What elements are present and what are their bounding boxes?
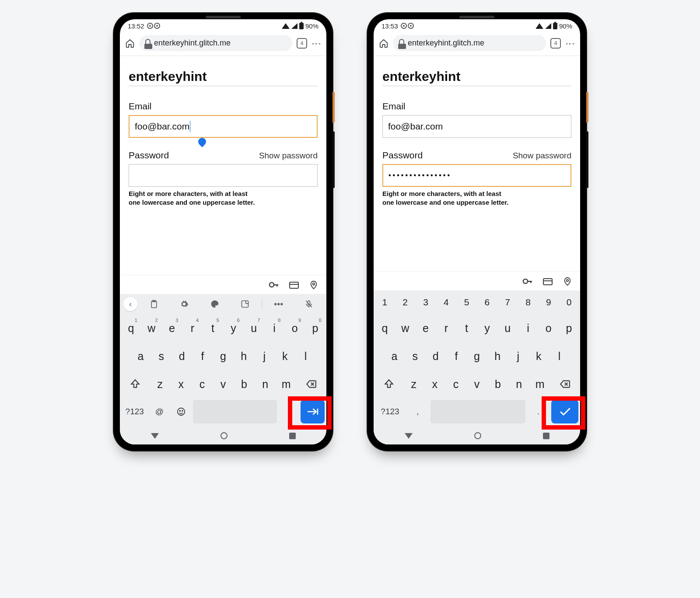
- key-a[interactable]: a: [131, 344, 150, 368]
- gear-icon[interactable]: [171, 300, 199, 308]
- home-icon[interactable]: [379, 38, 388, 48]
- key-w[interactable]: w2: [142, 316, 161, 340]
- symbols-key[interactable]: ?123: [375, 400, 405, 423]
- key-u[interactable]: u: [498, 316, 517, 340]
- alt-char-key[interactable]: @: [150, 400, 170, 423]
- key-t[interactable]: t5: [203, 316, 222, 340]
- key-q[interactable]: q: [375, 316, 394, 340]
- url-bar[interactable]: enterkeyhint.glitch.me: [139, 35, 292, 51]
- key-e[interactable]: e: [416, 316, 435, 340]
- overflow-menu-icon[interactable]: ⋮: [565, 39, 575, 48]
- email-field[interactable]: foo@bar.com: [382, 115, 571, 138]
- key-o[interactable]: o9: [285, 316, 304, 340]
- key-d[interactable]: d: [172, 344, 191, 368]
- nav-back-icon[interactable]: [151, 433, 159, 439]
- alt-char-key[interactable]: ,: [406, 400, 429, 423]
- key-5[interactable]: 5: [457, 292, 476, 312]
- key-icon[interactable]: [269, 280, 279, 289]
- key-u[interactable]: u7: [245, 316, 263, 340]
- key-z[interactable]: z: [404, 372, 424, 396]
- nav-recents-icon[interactable]: [289, 433, 296, 439]
- key-j[interactable]: j: [255, 344, 274, 368]
- key-e[interactable]: e3: [163, 316, 182, 340]
- url-bar[interactable]: enterkeyhint.glitch.me: [393, 35, 546, 51]
- card-icon[interactable]: [289, 280, 299, 289]
- nav-recents-icon[interactable]: [543, 433, 550, 439]
- key-y[interactable]: y: [478, 316, 497, 340]
- show-password-toggle[interactable]: Show password: [513, 151, 571, 161]
- key-k[interactable]: k: [529, 344, 548, 368]
- key-m[interactable]: m: [276, 372, 296, 396]
- key-p[interactable]: p0: [306, 316, 325, 340]
- key-n[interactable]: n: [509, 372, 528, 396]
- key-4[interactable]: 4: [437, 292, 455, 312]
- key-r[interactable]: r4: [183, 316, 202, 340]
- key-c[interactable]: c: [192, 372, 212, 396]
- key-0[interactable]: 0: [560, 292, 578, 312]
- key-b[interactable]: b: [488, 372, 508, 396]
- key-q[interactable]: q1: [122, 316, 140, 340]
- key-o[interactable]: o: [539, 316, 558, 340]
- key-f[interactable]: f: [447, 344, 466, 368]
- backspace-key[interactable]: [551, 372, 578, 396]
- key-i[interactable]: i: [519, 316, 538, 340]
- key-l[interactable]: l: [296, 344, 315, 368]
- tab-switcher[interactable]: 4: [297, 38, 307, 49]
- palette-icon[interactable]: [201, 300, 229, 308]
- key-j[interactable]: j: [509, 344, 528, 368]
- key-h[interactable]: h: [488, 344, 507, 368]
- shift-key[interactable]: [122, 372, 149, 396]
- key-i[interactable]: i8: [265, 316, 284, 340]
- key-y[interactable]: y6: [224, 316, 243, 340]
- overflow-menu-icon[interactable]: ⋮: [312, 39, 321, 48]
- kb-collapse-icon[interactable]: ‹: [123, 297, 137, 311]
- period-key[interactable]: .: [279, 400, 299, 423]
- key-n[interactable]: n: [256, 372, 275, 396]
- key-v[interactable]: v: [467, 372, 486, 396]
- key-3[interactable]: 3: [416, 292, 435, 312]
- emoji-key[interactable]: [171, 400, 191, 423]
- card-icon[interactable]: [542, 277, 553, 286]
- key-icon[interactable]: [522, 277, 533, 286]
- period-key[interactable]: .: [527, 400, 550, 423]
- key-r[interactable]: r: [437, 316, 455, 340]
- key-m[interactable]: m: [530, 372, 550, 396]
- enter-key[interactable]: [551, 400, 578, 423]
- key-a[interactable]: a: [385, 344, 404, 368]
- key-b[interactable]: b: [234, 372, 254, 396]
- key-h[interactable]: h: [234, 344, 253, 368]
- key-9[interactable]: 9: [539, 292, 558, 312]
- space-key[interactable]: [193, 400, 277, 423]
- key-d[interactable]: d: [426, 344, 445, 368]
- key-t[interactable]: t: [457, 316, 476, 340]
- key-x[interactable]: x: [425, 372, 444, 396]
- shift-key[interactable]: [375, 372, 402, 396]
- key-s[interactable]: s: [406, 344, 424, 368]
- key-2[interactable]: 2: [396, 292, 415, 312]
- nav-back-icon[interactable]: [405, 433, 413, 439]
- location-pin-icon[interactable]: [309, 280, 318, 290]
- key-k[interactable]: k: [276, 344, 294, 368]
- symbols-key[interactable]: ?123: [122, 400, 148, 423]
- location-pin-icon[interactable]: [563, 276, 572, 286]
- key-f[interactable]: f: [193, 344, 212, 368]
- key-g[interactable]: g: [467, 344, 486, 368]
- key-c[interactable]: c: [446, 372, 466, 396]
- home-icon[interactable]: [125, 38, 135, 48]
- show-password-toggle[interactable]: Show password: [259, 151, 318, 161]
- key-7[interactable]: 7: [498, 292, 517, 312]
- key-x[interactable]: x: [172, 372, 191, 396]
- nav-home-icon[interactable]: [474, 432, 481, 439]
- space-key[interactable]: [430, 400, 525, 423]
- key-g[interactable]: g: [214, 344, 232, 368]
- key-6[interactable]: 6: [478, 292, 497, 312]
- backspace-key[interactable]: [298, 372, 325, 396]
- key-z[interactable]: z: [150, 372, 170, 396]
- password-field[interactable]: [129, 164, 318, 187]
- clipboard-icon[interactable]: [140, 299, 168, 309]
- nav-home-icon[interactable]: [220, 432, 228, 439]
- more-icon[interactable]: •••: [265, 299, 293, 309]
- email-field[interactable]: foo@bar.com: [129, 115, 318, 138]
- sticker-icon[interactable]: [231, 300, 259, 308]
- password-field[interactable]: •••••••••••••••: [382, 164, 571, 187]
